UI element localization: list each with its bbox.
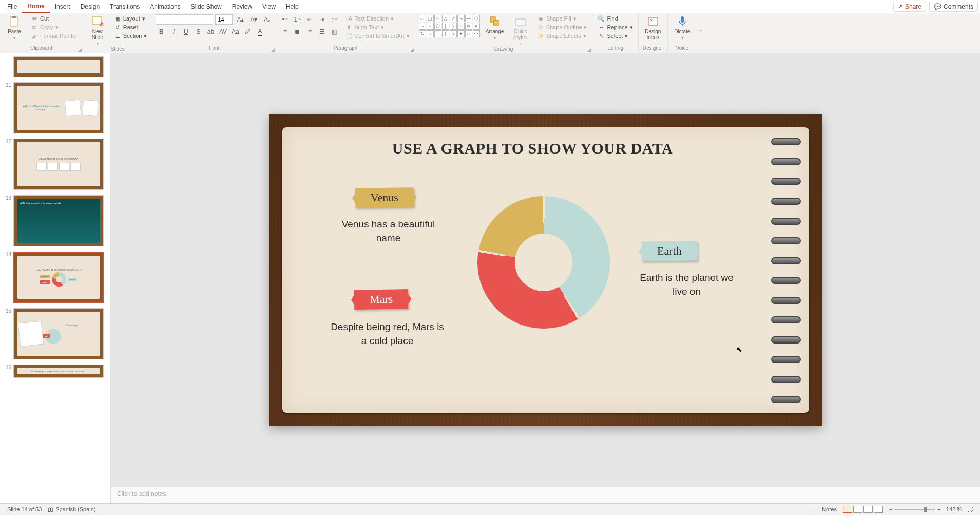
dedent-button[interactable]: ⇤ xyxy=(304,14,315,25)
layout-button[interactable]: ▦ Layout ▾ xyxy=(112,14,149,23)
shapes-gallery[interactable]: ▭▢○△↗↘—⬡ →↔⬠{}☆≋▾ ↻∿⌒()✦⌂⋯ xyxy=(418,14,481,38)
indent-button[interactable]: ⇥ xyxy=(316,14,328,25)
group-label: Voice xyxy=(671,45,694,53)
tab-view[interactable]: View xyxy=(257,1,281,12)
comments-button[interactable]: 💬 Comments xyxy=(929,2,978,12)
earth-desc[interactable]: Earth is the planet we live on xyxy=(631,271,742,298)
tab-transitions[interactable]: Transitions xyxy=(105,1,145,12)
cut-button[interactable]: ✂ Cut xyxy=(29,14,80,23)
thumbnail-12[interactable]: WHAT ABOUT FOUR COLUMNS? xyxy=(13,139,104,190)
thumbnail-11[interactable]: A Picture Always Reinforces the concept xyxy=(13,82,104,133)
thumbnail-partial[interactable] xyxy=(13,56,104,77)
line-spacing-button[interactable]: ↕≡ xyxy=(329,14,340,25)
thumb-title: Company xyxy=(46,323,98,327)
zoom-level[interactable]: 142 % xyxy=(946,506,962,512)
dialog-launcher-icon[interactable]: ◢ xyxy=(78,47,82,52)
zoom-track[interactable] xyxy=(894,509,935,510)
normal-view-button[interactable] xyxy=(843,506,852,513)
tab-insert[interactable]: Insert xyxy=(50,1,75,12)
bullets-button[interactable]: •≡ xyxy=(279,14,291,25)
underline-button[interactable]: U xyxy=(180,27,191,37)
slide-counter[interactable]: Slide 14 of 53 xyxy=(4,506,45,512)
font-name-input[interactable] xyxy=(156,14,213,25)
thumbnail-15[interactable]: Company02 xyxy=(13,308,104,359)
slideshow-view-button[interactable] xyxy=(874,506,883,513)
dialog-launcher-icon[interactable]: ◢ xyxy=(587,47,591,52)
share-button[interactable]: ↗ Share xyxy=(893,2,926,12)
arrange-button[interactable]: Arrange ▾ xyxy=(484,14,506,41)
spacing-icon: AV xyxy=(219,28,227,35)
align-left-button[interactable]: ≡ xyxy=(279,27,291,37)
decrease-font-button[interactable]: A▾ xyxy=(248,14,259,25)
fit-window-button[interactable]: ⛶ xyxy=(964,506,976,512)
shadow-button[interactable]: S xyxy=(193,27,204,37)
font-color-button[interactable]: A xyxy=(254,27,265,37)
tab-animations[interactable]: Animations xyxy=(145,1,185,12)
numbering-button[interactable]: 1≡ xyxy=(292,14,303,25)
clear-format-button[interactable]: Aₓ xyxy=(261,14,273,25)
reset-icon: ↺ xyxy=(114,24,121,31)
notes-pane[interactable]: Click to add notes xyxy=(111,487,980,503)
venus-tape[interactable]: Venus xyxy=(355,187,413,208)
reading-view-button[interactable] xyxy=(863,506,873,513)
venus-desc[interactable]: Venus has a beautiful name xyxy=(340,218,437,245)
highlight-button[interactable]: 🖍 xyxy=(242,27,253,37)
dialog-launcher-icon[interactable]: ◢ xyxy=(410,47,414,52)
align-right-button[interactable]: ≡ xyxy=(304,27,315,37)
mars-tape[interactable]: Mars xyxy=(354,289,408,310)
tab-review[interactable]: Review xyxy=(227,1,257,12)
svg-rect-2 xyxy=(92,17,102,24)
status-bar: Slide 14 of 53 🕮 Spanish (Spain) ≣ Notes… xyxy=(0,503,980,515)
slide[interactable]: USE A GRAPH TO SHOW YOUR DATA Venus Venu… xyxy=(269,114,822,426)
align-center-button[interactable]: ≣ xyxy=(292,27,303,37)
earth-tape[interactable]: Earth xyxy=(641,241,697,261)
strike-button[interactable]: ab xyxy=(205,27,216,37)
select-button[interactable]: ↖ Select▾ xyxy=(595,32,635,40)
dialog-launcher-icon[interactable]: ◢ xyxy=(271,47,275,52)
increase-font-button[interactable]: A▴ xyxy=(235,14,246,25)
donut-chart[interactable] xyxy=(477,196,610,329)
dictate-label: Dictate xyxy=(674,29,690,34)
tab-slideshow[interactable]: Slide Show xyxy=(186,1,227,12)
increase-font-icon: A▴ xyxy=(237,16,244,23)
paste-button[interactable]: Paste ▾ xyxy=(3,14,26,41)
tab-home[interactable]: Home xyxy=(22,1,49,13)
tab-file[interactable]: File xyxy=(2,1,22,12)
design-ideas-button[interactable]: Design Ideas xyxy=(642,14,664,41)
new-slide-button[interactable]: New Slide ▾ xyxy=(86,14,109,47)
find-button[interactable]: 🔍 Find xyxy=(595,14,635,23)
slide-title[interactable]: USE A GRAPH TO SHOW YOUR DATA xyxy=(303,140,763,157)
thumbnail-16[interactable]: INFOGRAPHICS MAKE YOUR IDEA UNDERSTANDAB… xyxy=(13,365,104,378)
zoom-out-icon[interactable]: − xyxy=(889,506,892,512)
bold-icon: B xyxy=(159,28,164,35)
group-clipboard: Paste ▾ ✂ Cut ⧉ Copy ▾ 🖌 Format Painter xyxy=(0,13,83,53)
thumbnail-13[interactable]: A Picture is worth a thousand words xyxy=(13,195,104,246)
zoom-in-icon[interactable]: + xyxy=(937,506,940,512)
mars-desc[interactable]: Despite being red, Mars is a cold place xyxy=(329,320,447,348)
quick-styles-button[interactable]: Quick Styles ▾ xyxy=(509,14,532,47)
replace-button[interactable]: ↔ Replace▾ xyxy=(595,23,635,31)
reset-button[interactable]: ↺ Reset xyxy=(112,23,149,31)
quick-styles-icon xyxy=(514,15,527,28)
zoom-thumb[interactable] xyxy=(924,507,927,512)
char-spacing-button[interactable]: AV xyxy=(217,27,228,37)
change-case-button[interactable]: Aa xyxy=(229,27,241,37)
group-label: Drawing xyxy=(418,46,589,53)
tab-help[interactable]: Help xyxy=(281,1,304,12)
tab-design[interactable]: Design xyxy=(75,1,105,12)
columns-button[interactable]: ▥ xyxy=(329,27,340,37)
italic-button[interactable]: I xyxy=(168,27,179,37)
collapse-ribbon-button[interactable]: ˄ xyxy=(697,13,704,53)
zoom-slider[interactable]: − + 142 % ⛶ xyxy=(889,506,976,512)
bold-button[interactable]: B xyxy=(156,27,167,37)
slide-canvas[interactable]: USE A GRAPH TO SHOW YOUR DATA Venus Venu… xyxy=(111,53,980,487)
slide-thumbnails-pane[interactable]: 11 A Picture Always Reinforces the conce… xyxy=(0,53,111,503)
justify-button[interactable]: ☰ xyxy=(316,27,328,37)
language-button[interactable]: 🕮 Spanish (Spain) xyxy=(45,506,99,512)
notes-toggle[interactable]: ≣ Notes xyxy=(812,506,840,513)
section-button[interactable]: ☰ Section ▾ xyxy=(112,32,149,40)
dictate-button[interactable]: Dictate ▾ xyxy=(671,14,694,41)
sorter-view-button[interactable] xyxy=(853,506,862,513)
thumbnail-14-selected[interactable]: USE A GRAPH TO SHOW YOUR DATA VenusMars … xyxy=(13,252,104,303)
font-size-input[interactable] xyxy=(215,14,233,25)
